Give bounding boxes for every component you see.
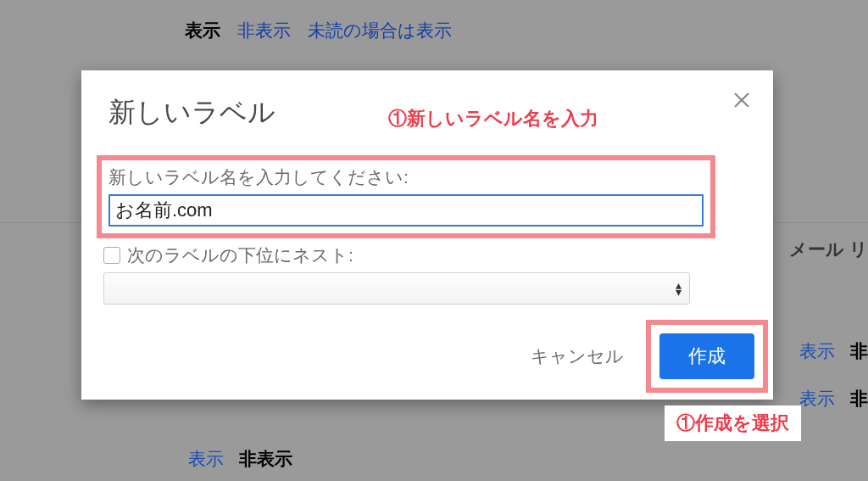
close-icon — [732, 91, 751, 113]
nest-option-row: 次のラベルの下位にネスト: — [103, 243, 353, 267]
annotation-step1: ①新しいラベル名を入力 — [388, 106, 598, 131]
parent-label-select-wrap: ▴▾ — [103, 272, 690, 305]
bg-right-options: 表示 非 表示 非 — [799, 339, 868, 434]
bg-hide-2: 非 — [850, 341, 868, 361]
create-button-highlight: 作成 — [646, 320, 768, 393]
dialog-actions: キャンセル 作成 — [514, 320, 768, 393]
bg-bottom-show: 表示 — [188, 447, 224, 471]
bg-show-2: 表示 — [799, 341, 835, 361]
nest-checkbox[interactable] — [103, 247, 120, 264]
nest-label: 次のラベルの下位にネスト: — [127, 243, 353, 267]
cancel-button[interactable]: キャンセル — [514, 333, 641, 380]
bg-hide: 非表示 — [237, 19, 291, 42]
bg-show-3: 表示 — [799, 389, 835, 408]
bg-show: 表示 — [185, 19, 220, 42]
label-name-prompt: 新しいラベル名を入力してください: — [108, 165, 704, 189]
close-button[interactable] — [731, 91, 753, 113]
bg-unread: 未読の場合は表示 — [308, 19, 452, 42]
label-name-highlight: 新しいラベル名を入力してください: — [97, 155, 715, 238]
new-label-dialog: 新しいラベル ①新しいラベル名を入力 新しいラベル名を入力してください: 次のラ… — [81, 70, 773, 400]
create-button[interactable]: 作成 — [659, 333, 754, 379]
annotation-step2-wrap: ①作成を選択 — [665, 405, 801, 441]
bg-hide-3: 非 — [850, 389, 868, 408]
bg-bottom-hide: 非表示 — [239, 447, 292, 471]
bg-bottom-options: 表示 非表示 — [188, 447, 292, 471]
bg-mail-label: メール リ — [789, 238, 868, 261]
annotation-step2: ①作成を選択 — [676, 412, 789, 433]
parent-label-select[interactable] — [103, 272, 690, 305]
bg-display-options: 表示 非表示 未読の場合は表示 — [185, 19, 452, 42]
label-name-input[interactable] — [108, 194, 704, 227]
